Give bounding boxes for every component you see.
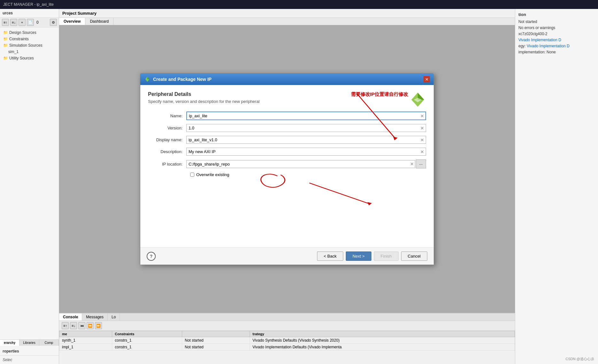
main-content: Project Summary Overview Dashboard <box>59 9 515 364</box>
display-name-clear-button[interactable]: ✕ <box>420 138 424 142</box>
dialog-titlebar: Create and Package New IP ✕ <box>140 74 434 85</box>
ip-location-input-wrap: ✕ ··· <box>186 159 426 168</box>
tree-item-utility-sources[interactable]: 📁 Utility Sources <box>0 55 59 61</box>
description-row: Description: ✕ <box>148 148 426 156</box>
svg-line-7 <box>309 183 370 204</box>
display-name-row: Display name: ✕ <box>148 136 426 144</box>
dialog-title: Create and Package New IP <box>144 76 212 82</box>
row1-name: synth_1 <box>59 337 112 344</box>
dialog-close-button[interactable]: ✕ <box>423 76 430 82</box>
tree-item-design-sources[interactable]: 📁 Design Sources <box>0 29 59 36</box>
display-name-label: Display name: <box>148 137 186 142</box>
col-name: me <box>59 331 112 337</box>
impl-link1[interactable]: Vivado Implementation D <box>518 38 561 42</box>
version-clear-button[interactable]: ✕ <box>420 126 424 130</box>
name-label: Name: <box>148 113 186 118</box>
source-counter: 0 <box>36 20 39 25</box>
add-source-button[interactable]: + <box>19 19 26 26</box>
footer-buttons: < Back Next > Finish Cancel <box>317 252 427 261</box>
section-title: Peripheral Details <box>148 91 426 97</box>
col-status <box>182 331 250 337</box>
right-panel-row2: No errors or warnings <box>518 26 595 30</box>
tab-dashboard[interactable]: Dashboard <box>85 18 113 25</box>
back-button[interactable]: < Back <box>317 252 343 261</box>
tab-console[interactable]: Console <box>59 314 82 321</box>
description-input[interactable] <box>186 148 426 156</box>
vivado-logo <box>409 91 426 109</box>
tree-item-constraints[interactable]: 📁 Constraints <box>0 36 59 42</box>
expand-all-button[interactable]: ≡↓ <box>10 19 17 26</box>
folder-icon: 📁 <box>3 56 8 60</box>
display-name-input-wrap: ✕ <box>186 136 426 144</box>
settings-button[interactable]: ⚙ <box>50 19 57 26</box>
name-input-wrap: ✕ <box>186 112 426 120</box>
help-button[interactable]: ? <box>147 252 156 261</box>
browse-button[interactable]: ··· <box>416 159 426 168</box>
collapse-all-button[interactable]: ≡↑ <box>2 19 9 26</box>
finish-button: Finish <box>374 252 399 261</box>
name-input[interactable] <box>186 112 426 120</box>
dialog-overlay: Create and Package New IP ✕ <box>59 25 515 313</box>
name-clear-button[interactable]: ✕ <box>420 114 424 118</box>
tab-comp[interactable]: Comp <box>39 340 59 346</box>
folder-icon: 📁 <box>3 30 8 35</box>
next-button[interactable]: Next > <box>346 252 371 261</box>
title-text: JECT MANAGER - ip_axi_lite <box>3 2 54 7</box>
tree-item-sim1[interactable]: sim_1 <box>0 49 59 55</box>
table-row: impl_1 constrs_1 Not started Vivado Impl… <box>59 344 515 351</box>
bottom-table: me Constraints trategy synth_1 constrs_1… <box>59 331 515 364</box>
overwrite-label: Overwrite existing <box>196 172 229 177</box>
watermark: CSDN @逍心心凉 <box>566 357 594 361</box>
tab-messages[interactable]: Messages <box>82 314 108 321</box>
tab-libraries[interactable]: Libraries <box>19 340 39 346</box>
overwrite-checkbox[interactable] <box>190 173 194 177</box>
bottom-btn3[interactable]: ⏮ <box>78 322 85 329</box>
bottom-toolbar: ≡↑ ≡↓ ⏮ ⏪ ⏩ <box>59 321 515 331</box>
col-strategy: trategy <box>250 331 515 337</box>
name-row: Name: ✕ <box>148 112 426 120</box>
sidebar-section-label: urces <box>0 9 59 18</box>
ip-location-clear-button[interactable]: ✕ <box>410 162 414 166</box>
right-panel-row1: Not started <box>518 19 595 24</box>
create-package-ip-dialog: Create and Package New IP ✕ <box>140 73 434 265</box>
tab-log[interactable]: Lo <box>108 314 120 321</box>
select-text: Selec <box>0 356 59 364</box>
sidebar-tabs: erarchy Libraries Comp <box>0 339 59 346</box>
version-input-wrap: ✕ <box>186 124 426 132</box>
main-body: Create and Package New IP ✕ <box>59 25 515 313</box>
bottom-btn1[interactable]: ≡↑ <box>62 322 69 329</box>
bottom-btn5[interactable]: ⏩ <box>95 322 102 329</box>
description-clear-button[interactable]: ✕ <box>420 150 424 154</box>
impl-link2[interactable]: Vivado Implementation D <box>527 44 570 48</box>
bottom-btn4[interactable]: ⏪ <box>87 322 94 329</box>
display-name-input[interactable] <box>186 136 426 144</box>
table-row: synth_1 constrs_1 Not started Vivado Syn… <box>59 337 515 344</box>
ip-location-label: IP location: <box>148 162 186 167</box>
version-input[interactable] <box>186 124 426 132</box>
row1-status: Not started <box>182 337 250 344</box>
dialog-body: Peripheral Details Specify name, version… <box>140 85 434 247</box>
document-button[interactable]: 📄 <box>27 19 34 26</box>
svg-marker-8 <box>367 202 372 205</box>
tab-overview[interactable]: Overview <box>59 18 85 25</box>
sidebar-toolbar: ≡↑ ≡↓ + 📄 0 ⚙ <box>0 18 59 27</box>
folder-icon: 📁 <box>3 37 8 41</box>
svg-marker-1 <box>147 77 149 79</box>
section-desc: Specify name, version and description fo… <box>148 99 426 104</box>
description-label: Description: <box>148 149 186 154</box>
col-constraints: Constraints <box>112 331 182 337</box>
properties-label: roperties <box>0 347 59 356</box>
row2-name: impl_1 <box>59 344 112 351</box>
right-panel-row6: implementation: None <box>518 50 595 54</box>
right-panel-row4: Vivado Implementation D <box>518 38 595 42</box>
overwrite-row: Overwrite existing <box>190 172 426 177</box>
ip-location-input[interactable] <box>186 160 415 168</box>
row1-constraints: constrs_1 <box>112 337 182 344</box>
folder-icon: 📁 <box>3 43 8 48</box>
tree-item-simulation-sources[interactable]: 📁 Simulation Sources <box>0 42 59 49</box>
cancel-button[interactable]: Cancel <box>401 252 427 261</box>
row1-strategy: Vivado Synthesis Defaults (Vivado Synthe… <box>250 337 515 344</box>
bottom-btn2[interactable]: ≡↓ <box>70 322 77 329</box>
dialog-footer: ? < Back Next > Finish <box>140 247 434 265</box>
tab-hierarchy[interactable]: erarchy <box>0 340 19 346</box>
